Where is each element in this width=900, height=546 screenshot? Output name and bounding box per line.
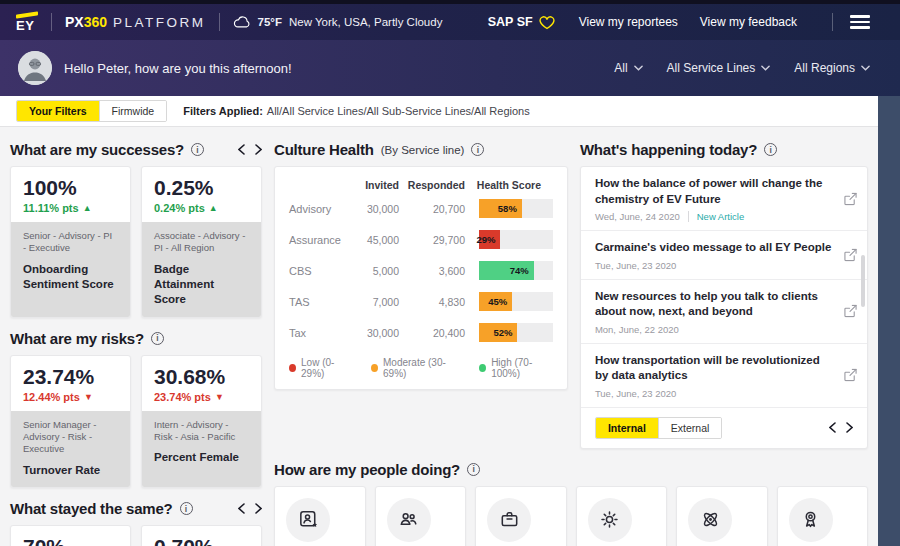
- people-card[interactable]: Employee Performance On Track: [576, 486, 668, 546]
- tab-internal[interactable]: Internal: [596, 418, 658, 438]
- new-article-tag[interactable]: New Article: [688, 211, 745, 222]
- info-icon[interactable]: i: [191, 143, 204, 156]
- news-tabs: Internal External: [595, 417, 722, 439]
- news-item-title: Carmaine's video message to all EY Peopl…: [595, 240, 833, 256]
- menu-icon[interactable]: [850, 15, 870, 28]
- next-icon[interactable]: [255, 503, 262, 514]
- news-panel: How the balance of power will change the…: [580, 166, 868, 449]
- col-invited: Invited: [347, 179, 399, 191]
- score-bar: 52%: [479, 323, 517, 342]
- table-row: CBS 5,000 3,600 74%: [289, 255, 553, 286]
- responded-value: 20,400: [399, 327, 465, 339]
- info-icon[interactable]: i: [467, 463, 480, 476]
- culture-health-title: Culture Health: [274, 141, 374, 158]
- metric-delta: 12.44% pts▼: [23, 391, 118, 403]
- score-bar: 29%: [479, 230, 500, 249]
- culture-health-panel: Invited Responded Health Score Advisory …: [274, 166, 568, 390]
- news-scrollbar[interactable]: [861, 255, 865, 307]
- temperature: 75°F: [258, 16, 282, 28]
- right-panel-strip[interactable]: [878, 96, 900, 546]
- col-responded: Responded: [399, 179, 465, 191]
- chevron-down-icon: [861, 65, 870, 71]
- invited-value: 45,000: [347, 234, 399, 246]
- external-link-icon[interactable]: [844, 305, 857, 318]
- service-label: Tax: [289, 327, 347, 339]
- culture-table-header: Invited Responded Health Score: [289, 179, 553, 191]
- tab-your-filters[interactable]: Your Filters: [17, 101, 99, 121]
- metrics-column: What are my successes? i 100% 11.11% pts…: [10, 135, 262, 546]
- news-item[interactable]: How transportation will be revolutionize…: [581, 344, 867, 408]
- culture-health-heading: Culture Health (By Service line) i: [274, 141, 568, 158]
- people-card[interactable]: Workplace Experience Trending Negative: [475, 486, 567, 546]
- people-icon: [397, 508, 420, 531]
- metric-card[interactable]: 0.25% 0.24% pts▲ Associate - Advisory - …: [141, 166, 262, 318]
- metric-name: Badge Attainment Score: [154, 262, 249, 307]
- dropdown-all[interactable]: All: [614, 61, 642, 75]
- info-icon[interactable]: i: [180, 502, 193, 515]
- news-item-date: Mon, June, 22 2020: [595, 324, 679, 335]
- metric-delta: 23.74% pts▼: [154, 391, 249, 403]
- score-track: 74%: [479, 261, 553, 280]
- news-item[interactable]: How the balance of power will change the…: [581, 167, 867, 231]
- dropdown-regions[interactable]: All Regions: [794, 61, 870, 75]
- prev-icon[interactable]: [829, 422, 836, 433]
- metric-value: 70%: [23, 535, 118, 546]
- invited-value: 30,000: [347, 203, 399, 215]
- service-label: CBS: [289, 265, 347, 277]
- risks-heading: What are my risks? i: [10, 330, 262, 347]
- dropdown-service-lines-label: All Service Lines: [667, 61, 756, 75]
- legend-dot-moderate: [371, 364, 378, 372]
- metric-segment: Senior - Advisory - PI - Executive: [23, 230, 118, 255]
- weather-widget: 75°F New York, USA, Partly Cloudy: [233, 15, 443, 29]
- info-icon[interactable]: i: [764, 143, 777, 156]
- people-card[interactable]: Learning & Development On Track: [676, 486, 768, 546]
- metric-card[interactable]: 70% 0% pts◂▸ Effective Utilization: [10, 525, 131, 546]
- metric-card[interactable]: 23.74% 12.44% pts▼ Senior Manager - Advi…: [10, 355, 131, 489]
- weather-location: New York, USA, Partly Cloudy: [289, 16, 442, 28]
- stayed-same-heading: What stayed the same? i: [10, 500, 262, 517]
- risks-title: What are my risks?: [10, 330, 144, 347]
- prev-icon[interactable]: [238, 503, 245, 514]
- external-link-icon[interactable]: [844, 369, 857, 382]
- invited-value: 5,000: [347, 265, 399, 277]
- heart-icon[interactable]: [539, 15, 555, 30]
- info-icon[interactable]: i: [471, 143, 484, 156]
- tab-external[interactable]: External: [658, 418, 722, 438]
- next-icon[interactable]: [255, 144, 262, 155]
- divider: [51, 13, 52, 31]
- divider: [832, 13, 833, 31]
- table-row: Advisory 30,000 20,700 58%: [289, 193, 553, 224]
- external-link-icon[interactable]: [844, 248, 857, 261]
- info-icon[interactable]: i: [151, 332, 164, 345]
- view-reportees-link[interactable]: View my reportees: [579, 15, 678, 29]
- score-track: 52%: [479, 323, 553, 342]
- avatar[interactable]: [18, 51, 52, 85]
- news-item[interactable]: Carmaine's video message to all EY Peopl…: [581, 231, 867, 280]
- sap-sf-link[interactable]: SAP SF: [488, 15, 555, 30]
- view-feedback-link[interactable]: View my feedback: [700, 15, 797, 29]
- people-card[interactable]: Recruiting & Onboarding On Track: [274, 486, 366, 546]
- score-track: 58%: [479, 199, 553, 218]
- filter-bar: Your Filters Firmwide Filters Applied:Al…: [0, 96, 900, 127]
- external-link-icon[interactable]: [844, 192, 857, 205]
- ey-logo[interactable]: EY: [16, 13, 38, 32]
- next-icon[interactable]: [846, 422, 853, 433]
- metric-name: Percent Female: [154, 450, 249, 465]
- prev-icon[interactable]: [238, 144, 245, 155]
- chevron-down-icon: [761, 65, 770, 71]
- tab-firmwide[interactable]: Firmwide: [99, 101, 167, 121]
- down-arrow-icon: ▼: [84, 392, 93, 402]
- metric-delta: 0.24% pts▲: [154, 202, 249, 214]
- dropdown-service-lines[interactable]: All Service Lines: [667, 61, 771, 75]
- metric-card[interactable]: 0.70% 0 pts◂▸ GPS Engagement Index: [141, 525, 262, 546]
- filter-tabs: Your Filters Firmwide: [16, 100, 167, 122]
- news-item[interactable]: New resources to help you talk to client…: [581, 280, 867, 344]
- metric-card[interactable]: 30.68% 23.74% pts▼ Intern - Advisory - R…: [141, 355, 262, 489]
- metric-card[interactable]: 100% 11.11% pts▲ Senior - Advisory - PI …: [10, 166, 131, 318]
- people-card[interactable]: Employee Sentiment Trending Negative: [375, 486, 467, 546]
- news-item-title: New resources to help you talk to client…: [595, 289, 833, 320]
- news-item-date: Tue, June, 23 2020: [595, 388, 677, 399]
- responded-value: 4,830: [399, 296, 465, 308]
- people-card[interactable]: Reward & Recognition On Track: [777, 486, 869, 546]
- up-arrow-icon: ▲: [209, 203, 218, 213]
